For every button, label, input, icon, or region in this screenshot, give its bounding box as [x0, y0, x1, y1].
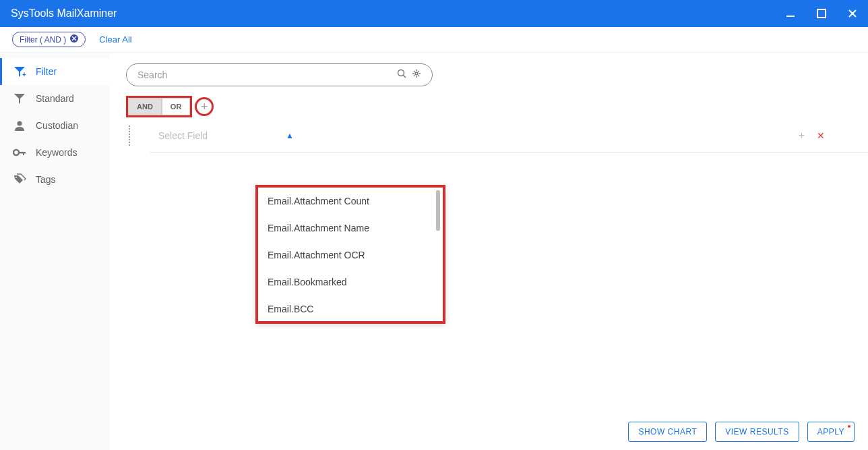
clear-all-link[interactable]: Clear All: [99, 34, 131, 45]
sidebar-item-filter[interactable]: + Filter: [0, 58, 110, 85]
and-toggle[interactable]: AND: [128, 98, 162, 115]
sidebar-item-label: Keywords: [36, 147, 77, 158]
filter-icon: +: [13, 65, 26, 78]
dropdown-item[interactable]: Email.BCC: [258, 296, 443, 321]
main: + Filter Standard Custodian Keywords Tag…: [0, 53, 868, 450]
sidebar-item-label: Tags: [36, 174, 56, 185]
view-results-button[interactable]: VIEW RESULTS: [715, 422, 799, 442]
remove-row-button[interactable]: ✕: [817, 130, 825, 141]
dropdown-item[interactable]: Email.Bookmarked: [258, 269, 443, 296]
close-icon[interactable]: [70, 34, 78, 45]
sidebar: + Filter Standard Custodian Keywords Tag…: [0, 53, 110, 450]
search-icons: [397, 69, 421, 81]
sidebar-item-label: Custodian: [36, 120, 78, 131]
key-icon: [13, 146, 26, 159]
filter-pill[interactable]: Filter ( AND ): [12, 32, 86, 47]
sidebar-item-tags[interactable]: Tags: [0, 166, 110, 193]
maximize-button[interactable]: [817, 9, 826, 18]
footer: SHOW CHART VIEW RESULTS APPLY: [628, 422, 855, 442]
minimize-button[interactable]: [786, 9, 795, 18]
svg-rect-0: [786, 16, 795, 17]
svg-point-15: [415, 72, 418, 75]
filter-pill-label: Filter ( AND ): [20, 35, 66, 45]
svg-text:+: +: [22, 71, 26, 78]
svg-point-8: [18, 121, 22, 126]
select-field-dropdown[interactable]: Select Field: [158, 130, 283, 141]
select-field-placeholder: Select Field: [158, 130, 208, 141]
dropdown-item[interactable]: Email.Attachment Count: [258, 188, 443, 215]
add-row-button[interactable]: +: [799, 130, 805, 142]
svg-line-14: [404, 76, 406, 78]
show-chart-button[interactable]: SHOW CHART: [628, 422, 707, 442]
svg-point-9: [13, 150, 19, 155]
window-controls: [786, 9, 857, 18]
svg-rect-11: [23, 152, 24, 155]
tags-icon: [13, 173, 26, 186]
or-toggle[interactable]: OR: [162, 98, 191, 115]
sidebar-item-label: Filter: [36, 66, 57, 77]
svg-point-13: [398, 70, 404, 76]
header-row: Filter ( AND ) Clear All: [0, 27, 868, 53]
content: AND OR + Select Field ▲ + ✕ Email.Attach…: [110, 53, 868, 450]
logic-toggle: AND OR: [126, 96, 192, 117]
dropdown-item[interactable]: Email.Attachment OCR: [258, 242, 443, 269]
tree-line: [129, 125, 130, 146]
dropdown-item[interactable]: Email.Attachment Name: [258, 215, 443, 242]
funnel-icon: [13, 92, 26, 105]
search-input[interactable]: [137, 69, 397, 80]
person-icon: [13, 119, 26, 132]
field-row: Select Field ▲ + ✕: [129, 125, 852, 146]
search-icon[interactable]: [397, 69, 406, 81]
chevron-up-icon: ▲: [286, 131, 294, 140]
divider: [150, 152, 868, 152]
apply-button[interactable]: APPLY: [807, 422, 855, 442]
search-bar: [126, 63, 433, 86]
svg-rect-1: [817, 9, 826, 18]
svg-rect-10: [18, 152, 26, 154]
window-title: SysTools MailXaminer: [11, 7, 117, 20]
sidebar-item-standard[interactable]: Standard: [0, 85, 110, 112]
dropdown-list[interactable]: Email.Attachment Count Email.Attachment …: [258, 188, 443, 321]
svg-point-12: [16, 177, 17, 178]
sidebar-item-custodian[interactable]: Custodian: [0, 112, 110, 139]
row-actions: + ✕: [799, 130, 852, 142]
toggle-row: AND OR +: [126, 96, 852, 117]
close-button[interactable]: [848, 9, 857, 18]
add-condition-button[interactable]: +: [195, 97, 214, 116]
field-dropdown: Email.Attachment Count Email.Attachment …: [255, 185, 445, 324]
sidebar-item-keywords[interactable]: Keywords: [0, 139, 110, 166]
titlebar: SysTools MailXaminer: [0, 0, 868, 27]
sidebar-item-label: Standard: [36, 93, 74, 104]
gear-icon[interactable]: [412, 69, 421, 81]
